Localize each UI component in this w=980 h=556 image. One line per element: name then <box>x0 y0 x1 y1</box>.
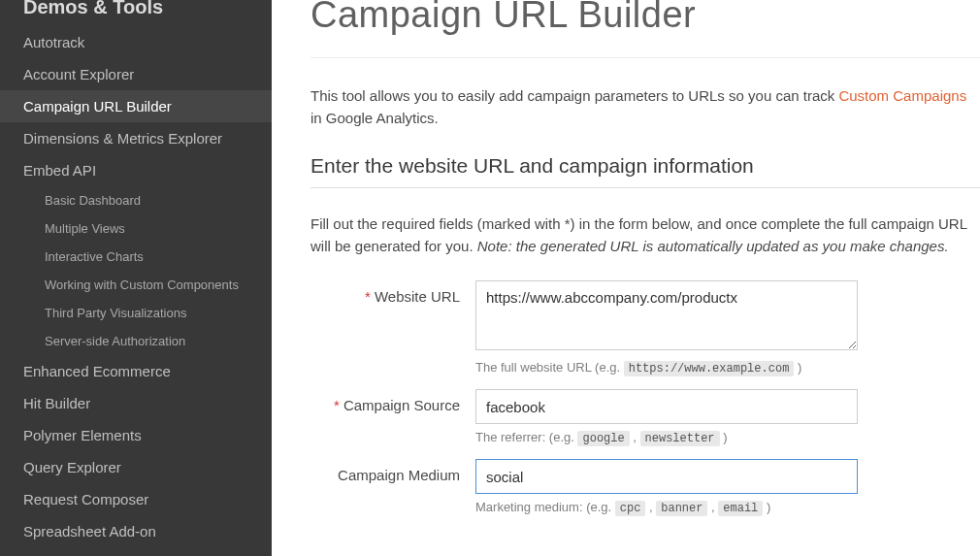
sidebar-subitem-third-party-viz[interactable]: Third Party Visualizations <box>0 299 272 327</box>
sidebar-title: Demos & Tools <box>0 0 272 26</box>
sidebar-item-embed-api[interactable]: Embed API <box>0 154 272 186</box>
required-asterisk: * <box>334 397 340 413</box>
sidebar-subitem-multiple-views[interactable]: Multiple Views <box>0 214 272 243</box>
page-title: Campaign URL Builder <box>310 0 980 36</box>
help-code: banner <box>656 501 707 516</box>
sidebar-item-request-composer[interactable]: Request Composer <box>0 483 272 515</box>
form-row-website-url: *Website URL The full website URL (e.g. … <box>310 280 980 376</box>
section-description: Fill out the required fields (marked wit… <box>310 213 980 257</box>
sidebar-item-spreadsheet-addon[interactable]: Spreadsheet Add-on <box>0 515 272 547</box>
sidebar: Demos & Tools Autotrack Account Explorer… <box>0 0 272 556</box>
help-code: email <box>718 501 763 516</box>
intro-text: This tool allows you to easily add campa… <box>310 85 980 129</box>
sidebar-item-dimensions-metrics-explorer[interactable]: Dimensions & Metrics Explorer <box>0 122 272 154</box>
form-row-campaign-medium: Campaign Medium Marketing medium: (e.g. … <box>310 459 980 515</box>
help-code: cpc <box>615 501 646 516</box>
campaign-medium-field-wrap: Marketing medium: (e.g. cpc , banner , e… <box>475 459 858 515</box>
intro-prefix: This tool allows you to easily add campa… <box>310 87 838 104</box>
campaign-medium-help: Marketing medium: (e.g. cpc , banner , e… <box>475 500 858 515</box>
intro-suffix: in Google Analytics. <box>310 110 439 126</box>
form-row-campaign-source: *Campaign Source The referrer: (e.g. goo… <box>310 389 980 445</box>
sidebar-item-enhanced-ecommerce[interactable]: Enhanced Ecommerce <box>0 355 272 387</box>
sidebar-item-campaign-url-builder[interactable]: Campaign URL Builder <box>0 90 272 122</box>
main-content: Campaign URL Builder This tool allows yo… <box>272 0 980 556</box>
website-url-field-wrap: The full website URL (e.g. https://www.e… <box>475 280 858 376</box>
section-title: Enter the website URL and campaign infor… <box>310 154 980 188</box>
sidebar-subitem-basic-dashboard[interactable]: Basic Dashboard <box>0 186 272 214</box>
sidebar-item-query-explorer[interactable]: Query Explorer <box>0 451 272 483</box>
sidebar-subitem-custom-components[interactable]: Working with Custom Components <box>0 271 272 299</box>
campaign-source-help: The referrer: (e.g. google , newsletter … <box>475 430 858 445</box>
required-asterisk: * <box>365 288 371 305</box>
campaign-source-label: *Campaign Source <box>310 389 475 445</box>
section-desc-note: Note: the generated URL is automatically… <box>477 238 949 254</box>
website-url-input[interactable] <box>475 280 858 350</box>
campaign-medium-label: Campaign Medium <box>310 459 475 515</box>
help-code: https://www.example.com <box>624 361 795 376</box>
campaign-source-field-wrap: The referrer: (e.g. google , newsletter … <box>475 389 858 445</box>
custom-campaigns-link[interactable]: Custom Campaigns <box>838 87 966 104</box>
sidebar-item-polymer-elements[interactable]: Polymer Elements <box>0 419 272 451</box>
sidebar-item-hit-builder[interactable]: Hit Builder <box>0 387 272 419</box>
campaign-source-input[interactable] <box>475 389 858 424</box>
sidebar-subitem-interactive-charts[interactable]: Interactive Charts <box>0 243 272 271</box>
help-code: google <box>577 431 629 446</box>
help-code: newsletter <box>640 431 720 446</box>
sidebar-item-account-explorer[interactable]: Account Explorer <box>0 58 272 90</box>
sidebar-subitem-server-side-auth[interactable]: Server-side Authorization <box>0 327 272 355</box>
campaign-medium-input[interactable] <box>475 459 858 494</box>
website-url-label: *Website URL <box>310 280 475 376</box>
sidebar-item-autotrack[interactable]: Autotrack <box>0 26 272 58</box>
content-area: This tool allows you to easily add campa… <box>310 57 980 515</box>
website-url-help: The full website URL (e.g. https://www.e… <box>475 360 858 376</box>
